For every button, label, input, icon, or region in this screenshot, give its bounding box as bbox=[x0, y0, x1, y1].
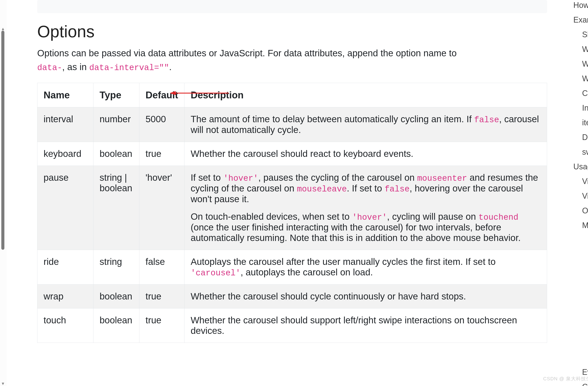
options-heading: Options bbox=[37, 22, 547, 41]
inline-code: false bbox=[474, 115, 499, 125]
toc-item[interactable]: .c bbox=[573, 321, 588, 335]
option-type: boolean bbox=[93, 308, 139, 343]
option-default: true bbox=[139, 308, 185, 343]
option-description: Autoplays the carousel after the user ma… bbox=[185, 250, 547, 285]
option-name: interval bbox=[37, 107, 93, 142]
scroll-down-icon[interactable]: ▾ bbox=[2, 381, 4, 386]
toc-item[interactable]: .c bbox=[573, 233, 588, 247]
toc-item[interactable]: Usage bbox=[573, 159, 588, 174]
watermark-text: CSDN @ 泉大科技生 bbox=[543, 375, 588, 382]
table-row: wrapbooleantrueWhether the carousel shou… bbox=[37, 285, 547, 308]
inline-code: 'hover' bbox=[223, 174, 258, 183]
toc-item[interactable]: Indi bbox=[573, 101, 588, 115]
top-placeholder-box bbox=[37, 0, 547, 13]
scrollbar-thumb[interactable] bbox=[1, 31, 4, 250]
table-row: pausestring | boolean'hover'If set to 'h… bbox=[37, 166, 547, 250]
desc-text: Whether the carousel should react to key… bbox=[190, 149, 413, 159]
toc-item[interactable]: Witl bbox=[573, 42, 588, 57]
toc-item[interactable]: Met bbox=[573, 218, 588, 233]
table-header-row: Name Type Default Description bbox=[37, 83, 547, 107]
option-type: boolean bbox=[93, 142, 139, 166]
toc-item[interactable]: Cros bbox=[573, 86, 588, 101]
option-description: The amount of time to delay between auto… bbox=[185, 107, 547, 142]
option-default: true bbox=[139, 142, 185, 166]
toc-item[interactable]: swip bbox=[573, 145, 588, 159]
intro-text: , as in bbox=[62, 62, 89, 72]
toc-item[interactable]: .c bbox=[573, 306, 588, 321]
toc-item[interactable]: item bbox=[573, 115, 588, 130]
option-description: Whether the carousel should cycle contin… bbox=[185, 285, 547, 308]
column-header-type: Type bbox=[93, 83, 139, 107]
option-description: Whether the carousel should support left… bbox=[185, 308, 547, 343]
toc-item[interactable]: Examp bbox=[573, 12, 588, 27]
toc-item[interactable]: .c bbox=[573, 277, 588, 291]
intro-text: . bbox=[169, 62, 172, 72]
desc-text: , autoplays the carousel on load. bbox=[240, 267, 373, 277]
desc-text: The amount of time to delay between auto… bbox=[190, 114, 474, 124]
toc-item[interactable]: Witl bbox=[573, 71, 588, 86]
option-type: boolean bbox=[93, 285, 139, 308]
option-type: number bbox=[93, 107, 139, 142]
toc-item[interactable]: Via bbox=[573, 174, 588, 189]
toc-item[interactable]: Slid bbox=[573, 27, 588, 42]
option-description: Whether the carousel should react to key… bbox=[185, 142, 547, 166]
option-name: wrap bbox=[37, 285, 93, 308]
inline-code-data-interval: data-interval="" bbox=[89, 63, 169, 72]
options-intro: Options can be passed via data attribute… bbox=[37, 46, 462, 74]
toc-item[interactable]: Witl bbox=[573, 57, 588, 71]
table-row: intervalnumber5000The amount of time to … bbox=[37, 107, 547, 142]
toc-item[interactable]: n bbox=[573, 335, 588, 350]
table-row: keyboardbooleantrueWhether the carousel … bbox=[37, 142, 547, 166]
column-header-description: Description bbox=[185, 83, 547, 107]
options-table: Name Type Default Description intervalnu… bbox=[37, 83, 547, 343]
toc-item[interactable]: Opt bbox=[573, 203, 588, 218]
toc-item[interactable]: .c bbox=[573, 247, 588, 262]
toc-item[interactable]: .c bbox=[573, 350, 588, 365]
option-name: keyboard bbox=[37, 142, 93, 166]
table-row: touchbooleantrueWhether the carousel sho… bbox=[37, 308, 547, 343]
table-row: ridestringfalseAutoplays the carousel af… bbox=[37, 250, 547, 285]
toc-item[interactable]: Via bbox=[573, 189, 588, 203]
desc-text: If set to bbox=[190, 172, 223, 183]
option-default: true bbox=[139, 285, 185, 308]
option-type: string bbox=[93, 250, 139, 285]
option-name: ride bbox=[37, 250, 93, 285]
desc-text: . If set to bbox=[347, 183, 385, 193]
option-default: 'hover' bbox=[139, 166, 185, 250]
page-toc-sidebar: How itExampSlidWitlWitlWitlCrosIndiitemD… bbox=[573, 0, 588, 386]
desc-text: , cycling will pause on bbox=[387, 211, 479, 222]
desc-text: On touch-enabled devices, when set to bbox=[190, 211, 352, 222]
inline-code: mouseenter bbox=[417, 174, 467, 183]
intro-text: Options can be passed via data attribute… bbox=[37, 48, 457, 58]
inline-code: mouseleave bbox=[297, 184, 347, 194]
inline-code: false bbox=[385, 184, 410, 194]
option-default: false bbox=[139, 250, 185, 285]
option-description: If set to 'hover', pauses the cycling of… bbox=[185, 166, 547, 250]
toc-item[interactable]: How it bbox=[573, 0, 588, 12]
scrollbar-track[interactable]: ▴ ▾ bbox=[0, 0, 7, 386]
desc-text: , pauses the cycling of the carousel on bbox=[258, 172, 417, 183]
column-header-name: Name bbox=[37, 83, 93, 107]
desc-text: Whether the carousel should support left… bbox=[190, 315, 517, 336]
desc-text: (once the user finished interacting with… bbox=[190, 222, 521, 243]
option-name: touch bbox=[37, 308, 93, 343]
desc-text: Autoplays the carousel after the user ma… bbox=[190, 256, 496, 267]
desc-text: Whether the carousel should cycle contin… bbox=[190, 291, 466, 301]
column-header-default: Default bbox=[139, 83, 185, 107]
option-type: string | boolean bbox=[93, 166, 139, 250]
toc-item[interactable]: .c bbox=[573, 291, 588, 306]
inline-code: touchend bbox=[478, 213, 518, 222]
option-name: pause bbox=[37, 166, 93, 250]
toc-item[interactable]: .c bbox=[573, 262, 588, 277]
option-default: 5000 bbox=[139, 107, 185, 142]
inline-code: 'carousel' bbox=[190, 268, 240, 278]
toc-item[interactable]: Disa bbox=[573, 130, 588, 145]
inline-code-data: data- bbox=[37, 63, 62, 72]
inline-code: 'hover' bbox=[352, 213, 387, 222]
scroll-up-icon[interactable]: ▴ bbox=[2, 26, 4, 31]
